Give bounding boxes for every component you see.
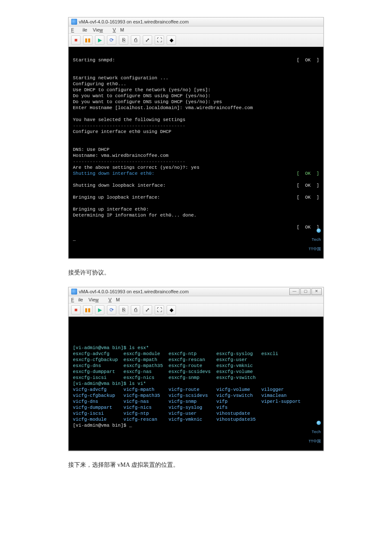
menu-view[interactable]: View (89, 297, 103, 302)
line: Shutting down interface eth0: (73, 171, 297, 176)
line: Configure interface eth0 using DHCP (73, 129, 171, 134)
pause-icon[interactable]: ▮▮ (83, 35, 92, 45)
console-output-2: [vi-admin@vma bin]$ ls esx* esxcfg-advcf… (69, 317, 323, 451)
vi-listing: vicfg-advcfg vicfg-mpath vicfg-route vic… (73, 387, 319, 422)
watermark-brand: Tech (311, 238, 321, 242)
titlebar[interactable]: vMA-ovf-4.0.0-161993 on esx1.wiredbrainc… (69, 17, 323, 26)
blank (73, 69, 76, 75)
line: Determining IP information for eth0... d… (73, 212, 319, 218)
menu-file[interactable]: File (71, 297, 83, 302)
cursor: _ (73, 237, 76, 242)
watermark: Tech TT中国 (290, 224, 321, 257)
menu-file[interactable]: File (71, 27, 87, 32)
connect-icon[interactable]: ◆ (167, 35, 176, 45)
fullscreen-icon[interactable]: ⤢ (143, 305, 152, 315)
status-ok: [ OK ] (297, 171, 319, 176)
toolbar: ■ ▮▮ ▶ ⟳ ⎘ ⎙ ⤢ ⛶ ◆ (69, 304, 323, 317)
line: Shutting down loopback interface: (73, 182, 297, 188)
menubar[interactable]: File View VM (69, 296, 323, 304)
console-output-1: Starting snmpd:[ OK ] Starting network c… (69, 47, 323, 258)
toolbar: ■ ▮▮ ▶ ⟳ ⎘ ⎙ ⤢ ⛶ ◆ (69, 34, 323, 47)
snapshot-icon[interactable]: ⎘ (119, 305, 128, 315)
blank (73, 224, 297, 230)
watermark-dot-icon (317, 228, 321, 233)
line: Are the above settings correct (yes/no)?… (73, 165, 199, 170)
menu-vm[interactable]: VM (109, 297, 120, 302)
caption-2: 接下来，选择部署 vMA 虚拟装置的位置。 (68, 461, 324, 469)
watermark-dot-icon (317, 421, 321, 425)
watermark: Tech TT中国 (290, 416, 321, 449)
line: Configuring eth0... (73, 81, 126, 87)
watermark-sub: TT中国 (308, 247, 321, 251)
vm-console-window-1: vMA-ovf-4.0.0-161993 on esx1.wiredbrainc… (68, 17, 324, 259)
menubar[interactable]: File View VM (69, 26, 323, 34)
vmware-icon (71, 19, 77, 25)
line-snmpd: Starting snmpd: (73, 57, 297, 63)
watermark-sub: TT中国 (308, 439, 321, 444)
line: Enter Hostname [localhost.localdomain]: … (73, 105, 253, 110)
titlebar[interactable]: vMA-ovf-4.0.0-161993 on esx1.wiredbrainc… (69, 287, 323, 296)
console-icon[interactable]: ⛶ (155, 35, 164, 45)
window-title: vMA-ovf-4.0.0-161993 on esx1.wiredbrainc… (79, 19, 189, 24)
status-ok: [ OK ] (297, 182, 319, 188)
line: DNS: Use DHCP (73, 147, 110, 152)
fullscreen-icon[interactable]: ⤢ (143, 35, 152, 45)
divider: ---------------------------------------- (73, 159, 185, 164)
divider: ---------------------------------------- (73, 123, 185, 128)
window-controls: — ▢ ✕ (289, 288, 322, 295)
line: Do you want to configure DNS using DHCP … (73, 93, 210, 98)
connect-icon[interactable]: ◆ (167, 305, 176, 315)
snapshot-icon[interactable]: ⎘ (119, 35, 128, 45)
status-ok: [ OK ] (297, 194, 319, 200)
reset-icon[interactable]: ⟳ (107, 35, 116, 45)
poweroff-icon[interactable]: ■ (71, 35, 81, 45)
caption-1: 接受许可协议。 (68, 269, 324, 277)
watermark-brand: Tech (311, 430, 321, 434)
line: You have selected the following settings (73, 117, 185, 122)
snapshot-manager-icon[interactable]: ⎙ (131, 35, 140, 45)
menu-view[interactable]: View (93, 27, 107, 32)
prompt: [vi-admin@vma bin]$ _ (73, 422, 319, 428)
line: Starting network configuration ... (73, 75, 168, 81)
menu-vm[interactable]: VM (113, 27, 124, 32)
line: Hostname: vma.wiredbraincoffee.com (73, 153, 168, 158)
pause-icon[interactable]: ▮▮ (83, 305, 92, 315)
snapshot-manager-icon[interactable]: ⎙ (131, 305, 140, 315)
console-icon[interactable]: ⛶ (155, 305, 164, 315)
line: Bringing up loopback interface: (73, 194, 297, 200)
poweroff-icon[interactable]: ■ (71, 305, 81, 315)
esx-listing: [vi-admin@vma bin]$ ls esx* esxcfg-advcf… (73, 321, 319, 387)
window-title: vMA-ovf-4.0.0-161993 on esx1.wiredbrainc… (79, 289, 189, 294)
vmware-icon (71, 289, 77, 295)
reset-icon[interactable]: ⟳ (107, 305, 116, 315)
close-button[interactable]: ✕ (311, 288, 322, 295)
line: Bringing up interface eth0: (73, 207, 149, 212)
minimize-button[interactable]: — (289, 288, 300, 295)
maximize-button[interactable]: ▢ (300, 288, 311, 295)
play-icon[interactable]: ▶ (95, 35, 104, 45)
vm-console-window-2: vMA-ovf-4.0.0-161993 on esx1.wiredbrainc… (68, 287, 324, 451)
line: Do you want to configure DNS using DHCP … (73, 99, 222, 104)
line: Use DHCP to configure the network (yes/n… (73, 87, 210, 92)
status-ok: [ OK ] (297, 57, 319, 63)
play-icon[interactable]: ▶ (95, 305, 104, 315)
